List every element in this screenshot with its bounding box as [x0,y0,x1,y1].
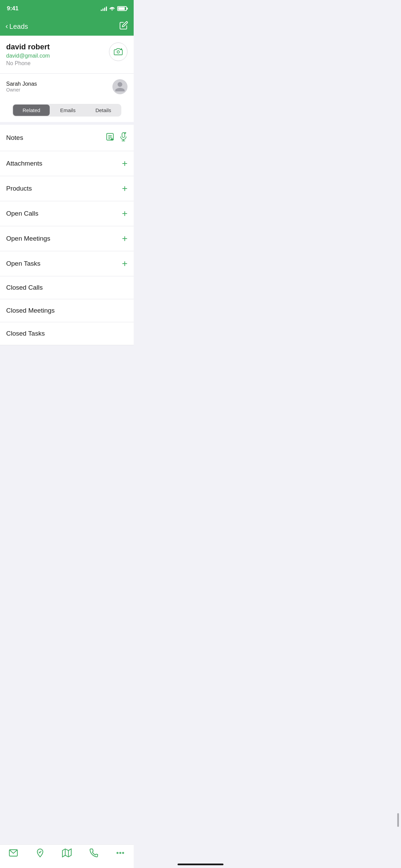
notes-label: Notes [6,134,23,142]
nav-bar: ‹ Leads [0,17,134,36]
status-time: 9:41 [7,5,19,12]
nav-back-label: Leads [9,23,28,31]
avatar-icon [114,81,126,93]
closed-calls-row: Closed Calls [0,276,134,299]
notes-actions: + + [106,132,127,143]
add-open-task-button[interactable]: + [122,259,127,268]
closed-meetings-label: Closed Meetings [6,307,55,314]
svg-point-2 [121,49,122,49]
contact-phone: No Phone [6,60,50,67]
svg-text:+: + [111,137,113,141]
open-tasks-label: Open Tasks [6,260,40,267]
open-meetings-row: Open Meetings + [0,226,134,251]
owner-row: Sarah Jonas Owner [0,74,134,100]
add-note-voice-button[interactable]: + [119,132,127,143]
owner-info: Sarah Jonas Owner [6,81,37,93]
add-product-button[interactable]: + [122,184,127,193]
status-bar: 9:41 [0,0,134,17]
tab-details[interactable]: Details [86,105,121,116]
tab-emails[interactable]: Emails [50,105,85,116]
attachments-label: Attachments [6,160,42,167]
closed-tasks-label: Closed Tasks [6,330,45,337]
closed-meetings-row: Closed Meetings [0,299,134,322]
owner-role: Owner [6,87,37,93]
content-section: Notes + + [0,122,134,379]
back-button[interactable]: ‹ Leads [5,22,28,31]
add-open-call-button[interactable]: + [122,209,127,218]
products-row: Products + [0,176,134,201]
open-tasks-row: Open Tasks + [0,251,134,276]
wifi-icon [109,6,115,12]
avatar [112,79,127,94]
add-open-meeting-button[interactable]: + [122,234,127,243]
tabs-container: Related Emails Details [0,100,134,122]
closed-calls-label: Closed Calls [6,284,43,291]
back-chevron-icon: ‹ [5,22,8,31]
open-meetings-label: Open Meetings [6,235,50,242]
tab-related[interactable]: Related [13,105,50,116]
notes-row: Notes + + [0,125,134,151]
svg-point-0 [117,51,120,53]
svg-text:+: + [124,132,126,134]
signal-icon [101,6,107,11]
add-note-text-button[interactable]: + [106,132,114,143]
camera-button[interactable] [109,43,127,61]
contact-card: david robert david@gmail.com No Phone [0,36,134,73]
attachments-row: Attachments + [0,151,134,176]
closed-tasks-row: Closed Tasks [0,322,134,345]
contact-info: david robert david@gmail.com No Phone [6,43,50,67]
contact-header: david robert david@gmail.com No Phone [6,43,127,67]
contact-email[interactable]: david@gmail.com [6,53,50,59]
status-icons [101,6,127,12]
open-calls-label: Open Calls [6,210,38,217]
contact-name: david robert [6,43,50,51]
camera-icon [114,48,123,56]
battery-icon [117,6,127,11]
edit-button[interactable] [119,21,128,32]
tabs-group: Related Emails Details [12,104,122,117]
products-label: Products [6,185,32,192]
open-calls-row: Open Calls + [0,201,134,226]
owner-name: Sarah Jonas [6,81,37,87]
add-attachment-button[interactable]: + [122,159,127,168]
